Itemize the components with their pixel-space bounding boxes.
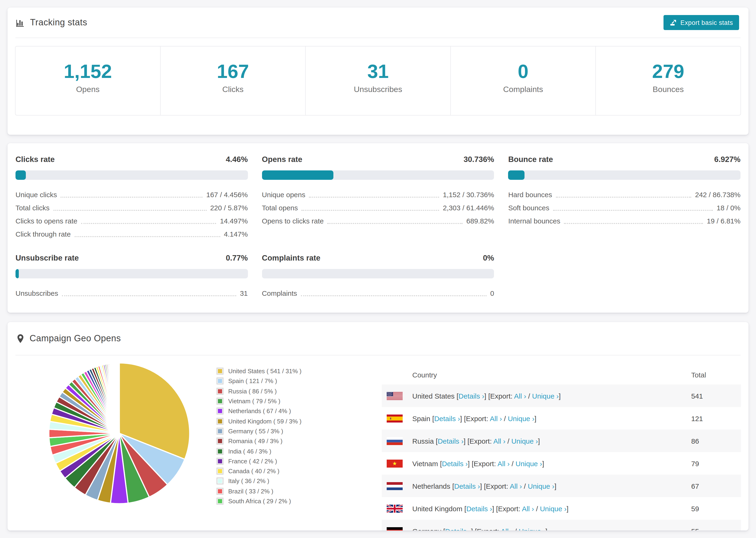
legend-swatch (216, 498, 224, 505)
legend-item-netherlands[interactable]: Netherlands ( 67 / 4% ) (216, 406, 301, 416)
country-name: Netherlands (412, 482, 452, 490)
country-name: Vietnam (412, 459, 440, 467)
rate-panel-value: 6.927% (714, 153, 740, 165)
table-row-de: Germany [Details ›] [Export: All › / Uni… (382, 520, 741, 530)
bracket-text: [ (443, 527, 445, 530)
export-all-link[interactable]: All › (522, 505, 534, 512)
export-unique-link[interactable]: Unique › (528, 482, 554, 490)
stat-label: Unsubscribes (306, 83, 450, 96)
legend-item-france[interactable]: France ( 42 / 2% ) (216, 456, 301, 466)
legend-item-united-kingdom[interactable]: United Kingdom ( 59 / 3% ) (216, 416, 301, 426)
export-all-link[interactable]: All › (498, 459, 510, 467)
progress-bar-fill (16, 170, 26, 180)
progress-bar-fill (262, 170, 333, 180)
pie-slice-other-39 (119, 363, 119, 433)
rate-row: Unique clicks167 / 4.456% (16, 187, 248, 200)
flag-es-icon (382, 414, 412, 422)
legend-swatch (216, 378, 224, 385)
export-all-link[interactable]: All › (514, 392, 526, 400)
details-link[interactable]: Details › (454, 482, 480, 490)
rate-rows: Complaints0 (262, 286, 494, 299)
map-pin-icon (17, 334, 25, 344)
progress-bar (16, 170, 248, 180)
leader-dots (302, 210, 439, 211)
slash-text: / (510, 459, 515, 467)
rate-rows: Unsubscribes31 (16, 286, 248, 299)
export-unique-link[interactable]: Unique › (540, 505, 567, 512)
rate-row-label: Soft bounces (508, 202, 549, 214)
header-divider (16, 37, 740, 38)
bracket-text: ] [Export: (468, 459, 498, 467)
country-cell: Spain [Details ›] [Export: All › / Uniqu… (412, 414, 691, 422)
total-cell: 79 (691, 459, 741, 467)
leader-dots (81, 223, 216, 224)
progress-bar (262, 269, 494, 278)
legend-label: France ( 42 / 2% ) (228, 458, 277, 465)
rate-row-label: Total clicks (16, 202, 50, 214)
bracket-text: ] [Export: (480, 482, 510, 490)
legend-item-south-africa[interactable]: South Africa ( 29 / 2% ) (216, 496, 301, 506)
export-unique-link[interactable]: Unique › (508, 414, 534, 422)
legend-item-spain[interactable]: Spain ( 121 / 7% ) (216, 376, 301, 386)
stats-row: 1,152Opens167Clicks31Unsubscribes0Compla… (15, 46, 741, 116)
rate-row: Click through rate4.147% (16, 227, 248, 240)
tracking-stats-title: Tracking stats (30, 17, 87, 28)
progress-bar (262, 170, 494, 180)
export-all-link[interactable]: All › (493, 437, 506, 445)
legend-label: Spain ( 121 / 7% ) (228, 378, 277, 385)
legend-item-canada[interactable]: Canada ( 40 / 2% ) (216, 466, 301, 476)
legend-swatch (216, 408, 224, 415)
legend-item-italy[interactable]: Italy ( 36 / 2% ) (216, 476, 301, 486)
legend-label: Netherlands ( 67 / 4% ) (228, 408, 291, 415)
rate-row-label: Opens to clicks rate (262, 215, 324, 227)
rate-panel-title-row: Bounce rate6.927% (508, 153, 740, 165)
rate-panel-title: Clicks rate (16, 153, 55, 165)
rate-row-label: Internal bounces (508, 215, 561, 227)
legend-item-brazil[interactable]: Brazil ( 33 / 2% ) (216, 486, 301, 496)
legend-swatch (216, 428, 224, 435)
details-link[interactable]: Details › (459, 392, 484, 400)
export-unique-link[interactable]: Unique › (532, 392, 559, 400)
rate-row-label: Clicks to opens rate (16, 215, 77, 227)
details-link[interactable]: Details › (466, 505, 492, 512)
export-all-link[interactable]: All › (510, 482, 522, 490)
export-all-link[interactable]: All › (501, 527, 513, 530)
legend-item-germany[interactable]: Germany ( 55 / 3% ) (216, 426, 301, 436)
country-name: Russia (412, 437, 436, 445)
legend-item-romania[interactable]: Romania ( 49 / 3% ) (216, 436, 301, 446)
geo-opens-card: Campaign Geo Opens United States ( 541 /… (8, 322, 748, 530)
bracket-text: [ (440, 459, 442, 467)
stat-value: 167 (161, 61, 305, 82)
rate-row-value: 167 / 4.456% (206, 189, 248, 200)
rate-row-value: 31 (240, 288, 248, 299)
table-row-ru: Russia [Details ›] [Export: All › / Uniq… (382, 430, 741, 452)
legend-item-vietnam[interactable]: Vietnam ( 79 / 5% ) (216, 396, 301, 406)
export-unique-link[interactable]: Unique › (519, 527, 545, 530)
bracket-text: ] (554, 482, 556, 490)
details-link[interactable]: Details › (438, 437, 463, 445)
rate-row-value: 4.147% (224, 229, 248, 240)
total-cell: 86 (691, 437, 741, 445)
details-link[interactable]: Details › (445, 527, 471, 530)
rate-panel-title: Unsubscribe rate (16, 252, 79, 263)
bracket-text: [ (432, 414, 434, 422)
export-unique-link[interactable]: Unique › (515, 459, 542, 467)
legend-swatch (216, 438, 224, 445)
legend-label: Brazil ( 33 / 2% ) (228, 488, 273, 495)
stat-value: 31 (306, 61, 450, 82)
legend-item-russia[interactable]: Russia ( 86 / 5% ) (216, 386, 301, 396)
export-icon (670, 19, 677, 26)
legend-item-united-states[interactable]: United States ( 541 / 31% ) (216, 366, 301, 376)
rate-row: Unsubscribes31 (16, 286, 248, 299)
bracket-text: ] [Export: (492, 505, 522, 512)
export-basic-stats-button[interactable]: Export basic stats (664, 15, 739, 30)
legend-item-india[interactable]: India ( 46 / 3% ) (216, 446, 301, 456)
slash-text: / (502, 414, 508, 422)
country-name: United Kingdom (412, 505, 464, 512)
details-link[interactable]: Details › (442, 459, 468, 467)
details-link[interactable]: Details › (434, 414, 460, 422)
stat-cell-opens: 1,152Opens (16, 46, 160, 115)
rate-row-value: 220 / 5.87% (210, 202, 248, 214)
export-unique-link[interactable]: Unique › (512, 437, 538, 445)
export-all-link[interactable]: All › (490, 414, 502, 422)
